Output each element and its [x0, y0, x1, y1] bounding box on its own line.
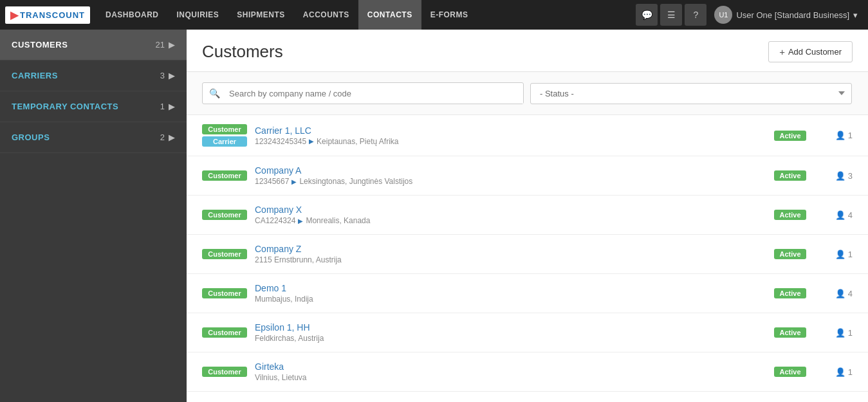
- table-row[interactable]: CustomerGirtekaVilnius, LietuvaActive👤1: [187, 352, 868, 392]
- contacts-number: 3: [848, 171, 853, 181]
- logo-text: TRANSCOUNT: [20, 10, 85, 20]
- customer-badge: Customer: [202, 170, 247, 181]
- dropdown-arrow-icon: ▾: [853, 10, 858, 20]
- sidebar-temp-arrow-icon: ▶: [169, 102, 175, 111]
- sidebar-item-temp[interactable]: TEMPORARY CONTACTS 1 ▶: [0, 91, 187, 122]
- help-button[interactable]: ?: [685, 4, 706, 26]
- row-badges: CustomerCarrier: [202, 124, 247, 147]
- status-area: Active: [768, 170, 813, 181]
- nav-shipments[interactable]: SHIPMENTS: [228, 0, 294, 30]
- arrow-icon: ▶: [309, 138, 314, 145]
- chat-icon: 💬: [642, 10, 652, 20]
- sidebar-customers-arrow-icon: ▶: [169, 40, 175, 50]
- status-area: Active: [768, 367, 813, 377]
- person-icon: 👤: [835, 131, 845, 140]
- company-location: Monrealis, Kanada: [306, 216, 370, 225]
- nav-contacts[interactable]: CONTACTS: [358, 0, 421, 30]
- company-name[interactable]: Girteka: [255, 361, 760, 372]
- search-input-wrap: 🔍: [202, 82, 524, 104]
- customer-list: CustomerCarrierCarrier 1, LLC12324324534…: [187, 115, 868, 402]
- list-icon: ☰: [667, 10, 676, 20]
- layout: CUSTOMERS 21 ▶ CARRIERS 3 ▶ TEMPORARY CO…: [0, 30, 868, 402]
- table-row[interactable]: CustomerCompany A12345667▶Leksingtonas, …: [187, 156, 868, 196]
- search-bar: 🔍 - Status - Active Inactive: [187, 72, 868, 115]
- user-menu[interactable]: U1 User One [Standard Business] ▾: [709, 3, 863, 26]
- nav-inquiries[interactable]: INQUIRIES: [168, 0, 228, 30]
- contacts-number: 1: [848, 367, 853, 377]
- company-name[interactable]: Company X: [255, 205, 760, 215]
- sidebar-item-customers[interactable]: CUSTOMERS 21 ▶: [0, 30, 187, 60]
- main-content: Customers + Add Customer 🔍 - Status - Ac…: [187, 30, 868, 402]
- status-area: Active: [768, 131, 813, 141]
- sidebar-groups-badge: 2 ▶: [160, 132, 175, 142]
- sidebar-item-carriers[interactable]: CARRIERS 3 ▶: [0, 60, 187, 91]
- company-name[interactable]: Epsilon 1, HH: [255, 322, 760, 333]
- chat-button[interactable]: 💬: [636, 4, 658, 26]
- contacts-count: 👤1: [820, 250, 853, 259]
- person-icon: 👤: [835, 289, 845, 298]
- add-customer-button[interactable]: + Add Customer: [768, 41, 853, 62]
- arrow-icon: ▶: [291, 178, 297, 185]
- row-badges: Customer: [202, 210, 247, 220]
- carrier-badge: Carrier: [202, 136, 247, 147]
- company-location: Vilnius, Lietuva: [255, 373, 307, 382]
- add-button-label: Add Customer: [788, 47, 842, 57]
- customer-badge: Customer: [202, 124, 247, 134]
- logo[interactable]: ▶ TRANSCOUNT: [5, 6, 90, 24]
- company-location: Keiptaunas, Pietų Afrika: [317, 137, 398, 146]
- row-badges: Customer: [202, 170, 247, 181]
- company-name[interactable]: Demo 1: [255, 283, 760, 293]
- sidebar-item-groups[interactable]: GROUPS 2 ▶: [0, 122, 187, 153]
- company-sub: 2115 Ernstbrunn, Austrija: [255, 255, 760, 264]
- contacts-number: 1: [848, 328, 853, 338]
- nav-items: DASHBOARD INQUIRIES SHIPMENTS ACCOUNTS C…: [97, 0, 636, 30]
- status-badge: Active: [774, 131, 806, 141]
- nav-eforms[interactable]: E-FORMS: [421, 0, 477, 30]
- contacts-count: 👤1: [820, 131, 853, 140]
- nav-accounts[interactable]: ACCOUNTS: [294, 0, 358, 30]
- customer-badge: Customer: [202, 367, 247, 377]
- table-row[interactable]: CustomerCarrierCarrier 1, LLC12324324534…: [187, 115, 868, 156]
- company-info: Company A12345667▶Leksingtonas, Jungtinė…: [255, 165, 760, 186]
- sidebar-carriers-arrow-icon: ▶: [169, 71, 175, 80]
- help-icon: ?: [694, 10, 699, 20]
- status-badge: Active: [774, 249, 806, 259]
- table-row[interactable]: CustomerCompany XCA1224324▶Monrealis, Ka…: [187, 196, 868, 235]
- company-sub: 12345667▶Leksingtonas, Jungtinės Valstij…: [255, 177, 760, 186]
- contacts-count: 👤1: [820, 367, 853, 377]
- page-title: Customers: [202, 42, 283, 62]
- table-row[interactable]: CustomerEpsilon 1, HHFeldkirchas, Austri…: [187, 313, 868, 352]
- sidebar-groups-count: 2: [160, 132, 165, 142]
- company-info: GirtekaVilnius, Lietuva: [255, 361, 760, 382]
- table-row[interactable]: CustomerKMPS, Ko2432411534▶Ryga, Latvija…: [187, 392, 868, 402]
- company-name[interactable]: Carrier 1, LLC: [255, 125, 760, 136]
- sidebar-customers-badge: 21 ▶: [156, 40, 175, 50]
- plus-icon: +: [779, 46, 785, 57]
- contacts-number: 1: [848, 250, 853, 259]
- row-badges: Customer: [202, 249, 247, 259]
- sidebar-temp-label: TEMPORARY CONTACTS: [12, 102, 118, 111]
- list-button[interactable]: ☰: [660, 4, 682, 26]
- sidebar-customers-count: 21: [156, 40, 165, 50]
- status-badge: Active: [774, 170, 806, 181]
- row-badges: Customer: [202, 288, 247, 298]
- company-sub: 123243245345▶Keiptaunas, Pietų Afrika: [255, 137, 760, 146]
- search-input[interactable]: [226, 84, 523, 104]
- nav-dashboard[interactable]: DASHBOARD: [97, 0, 168, 30]
- search-button[interactable]: 🔍: [203, 83, 226, 104]
- table-row[interactable]: CustomerCompany Z2115 Ernstbrunn, Austri…: [187, 235, 868, 274]
- sidebar-temp-count: 1: [160, 102, 165, 111]
- contacts-number: 4: [848, 289, 853, 298]
- company-info: Carrier 1, LLC123243245345▶Keiptaunas, P…: [255, 125, 760, 146]
- company-name[interactable]: Company A: [255, 165, 760, 176]
- topnav: ▶ TRANSCOUNT DASHBOARD INQUIRIES SHIPMEN…: [0, 0, 868, 30]
- company-name[interactable]: Company Z: [255, 244, 760, 254]
- status-badge: Active: [774, 288, 806, 298]
- status-filter[interactable]: - Status - Active Inactive: [530, 83, 852, 104]
- sidebar-groups-label: GROUPS: [12, 132, 50, 142]
- customer-badge: Customer: [202, 210, 247, 220]
- table-row[interactable]: CustomerDemo 1Mumbajus, IndijaActive👤4: [187, 274, 868, 313]
- status-area: Active: [768, 210, 813, 220]
- company-code: 12345667: [255, 177, 289, 186]
- company-location: Mumbajus, Indija: [255, 295, 313, 304]
